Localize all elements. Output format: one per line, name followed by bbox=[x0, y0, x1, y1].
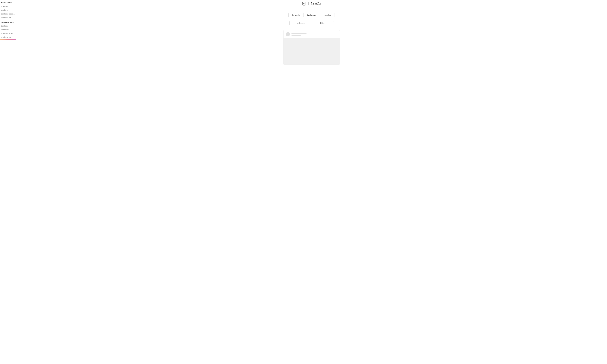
sidebar-section-label-0: Normal fetch bbox=[0, 0, 16, 4]
logo: | InstaCat bbox=[302, 1, 321, 6]
direction-btn-together[interactable]: together bbox=[320, 13, 335, 17]
card-header-text bbox=[291, 33, 306, 36]
direction-toggle-group: forwardsbackwardstogether bbox=[289, 13, 335, 17]
sidebar-item-1-3[interactable]: Load data list bbox=[0, 35, 16, 39]
visibility-toggle-group: collapsedhidden bbox=[289, 21, 334, 25]
header: | InstaCat bbox=[16, 0, 607, 7]
skeleton-title-line bbox=[291, 33, 306, 34]
main-content: | InstaCat forwardsbackwardstogether col… bbox=[16, 0, 607, 364]
sidebar-item-1-1[interactable]: Load error bbox=[0, 28, 16, 32]
visibility-btn-collapsed[interactable]: collapsed bbox=[290, 21, 313, 25]
direction-btn-backwards[interactable]: backwards bbox=[304, 13, 320, 17]
sidebar-item-0-0[interactable]: Load data bbox=[0, 4, 16, 8]
svg-point-2 bbox=[305, 2, 305, 3]
sidebar-section-label-1: Suspense fetch bbox=[0, 20, 16, 24]
header-title: InstaCat bbox=[311, 2, 321, 5]
avatar-skeleton bbox=[286, 32, 290, 36]
direction-btn-forwards[interactable]: forwards bbox=[289, 13, 304, 17]
sidebar-item-0-3[interactable]: Load data list bbox=[0, 16, 16, 20]
card-header bbox=[284, 30, 340, 38]
svg-point-1 bbox=[304, 3, 305, 4]
visibility-btn-hidden[interactable]: hidden bbox=[313, 21, 334, 25]
svg-rect-0 bbox=[302, 2, 306, 5]
sidebar-item-0-2[interactable]: Load data race condition bbox=[0, 12, 16, 16]
content-area: forwardsbackwardstogether collapsedhidde… bbox=[16, 7, 607, 70]
instagram-icon bbox=[302, 1, 306, 6]
sidebar-item-1-0[interactable]: Load data bbox=[0, 24, 16, 28]
sidebar-divider bbox=[0, 39, 16, 40]
sidebar-item-1-2[interactable]: Load data race condition bbox=[0, 32, 16, 35]
sidebar-item-0-1[interactable]: Load error bbox=[0, 8, 16, 12]
sidebar: Normal fetchLoad dataLoad errorLoad data… bbox=[0, 0, 16, 364]
skeleton-subtitle-line bbox=[291, 35, 301, 36]
card-image-skeleton bbox=[284, 38, 340, 65]
header-divider: | bbox=[308, 2, 309, 5]
preview-card bbox=[283, 30, 340, 65]
